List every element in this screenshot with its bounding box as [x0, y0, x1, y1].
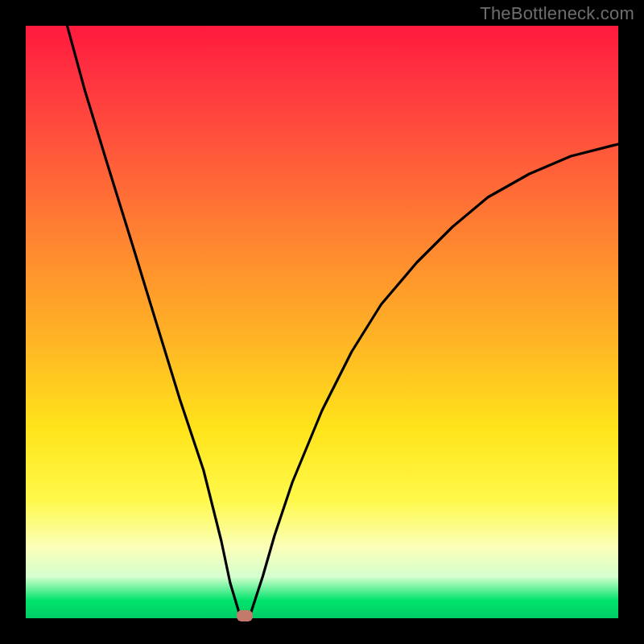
curve-path [68, 26, 619, 618]
plot-area [26, 26, 618, 618]
minimum-marker [237, 610, 253, 621]
watermark-label: TheBottleneck.com [480, 3, 634, 24]
chart-frame: TheBottleneck.com [0, 0, 644, 644]
bottleneck-curve [26, 26, 618, 618]
